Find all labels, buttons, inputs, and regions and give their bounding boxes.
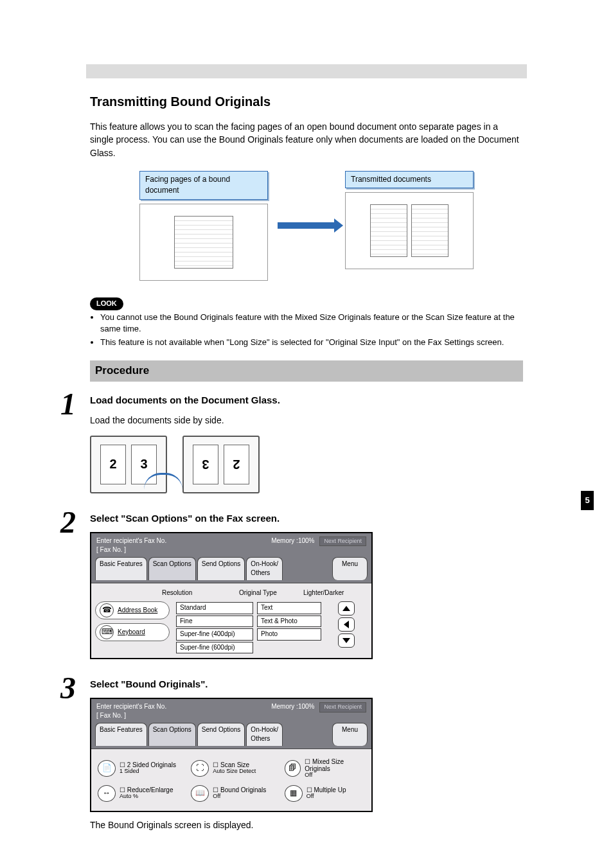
figure-right-caption: Transmitted documents bbox=[345, 171, 474, 188]
triangle-left-icon bbox=[344, 621, 349, 628]
triangle-up-icon bbox=[342, 606, 350, 611]
lcd2-body: 📄 2 Sided Originals1 Sided ⛶ Scan SizeAu… bbox=[91, 748, 371, 811]
heading-lighter-darker: Lighter/Darker bbox=[303, 589, 365, 598]
platen-right: 3 2 bbox=[182, 436, 260, 493]
step-3-number: 3 bbox=[60, 666, 76, 711]
step-1-body: Load the documents side by side. bbox=[90, 414, 523, 427]
lcd1-header: Enter recipient's Fax No. [ Fax No. ] Me… bbox=[91, 533, 371, 557]
lcd2-tabs: Basic Features Scan Options Send Options… bbox=[91, 723, 371, 748]
triangle-down-icon bbox=[342, 638, 350, 643]
step-3-instruction: Select "Bound Originals". bbox=[90, 677, 523, 691]
lcd2-memory: Memory :100% bbox=[271, 702, 314, 712]
tab2-scan-options[interactable]: Scan Options bbox=[148, 723, 196, 746]
look-notes: You cannot use the Bound Originals featu… bbox=[100, 312, 523, 350]
resolution-options: Standard Fine Super-fine (400dpi) Super-… bbox=[176, 601, 253, 654]
opt-multiple-up[interactable]: ▦ Multiple UpOff bbox=[285, 785, 365, 802]
tab2-onhook-others[interactable]: On-Hook/Others bbox=[246, 723, 283, 746]
opt-bound-originals[interactable]: 📖 Bound OriginalsOff bbox=[191, 785, 271, 802]
heading-resolution: Resolution bbox=[162, 589, 239, 598]
output-page-2-icon bbox=[411, 204, 449, 257]
type-text[interactable]: Text bbox=[257, 602, 321, 614]
lcd2-header: Enter recipient's Fax No. [ Fax No. ] Me… bbox=[91, 699, 371, 723]
resolution-fine[interactable]: Fine bbox=[176, 616, 253, 628]
darker-button[interactable] bbox=[338, 633, 355, 648]
lcd1-body: Resolution Original Type Lighter/Darker … bbox=[91, 583, 371, 659]
lcd2-prompt-2: [ Fax No. ] bbox=[96, 711, 166, 721]
step-1-instruction: Load documents on the Document Glass. bbox=[90, 393, 523, 407]
step-2-instruction: Select "Scan Options" on the Fax screen. bbox=[90, 511, 523, 526]
step-3: 3 Select "Bound Originals". Enter recipi… bbox=[90, 677, 523, 831]
figure-left-caption: Facing pages of a bound document bbox=[139, 171, 268, 200]
address-book-button[interactable]: ☎ Address Book bbox=[95, 601, 170, 619]
chapter-tab: 5 bbox=[581, 491, 594, 510]
platen-right-sheet-2: 2 bbox=[224, 445, 249, 484]
look-note-1: You cannot use the Bound Originals featu… bbox=[100, 312, 523, 336]
step-1-number: 1 bbox=[60, 382, 76, 427]
opt-mixed-size[interactable]: 🗐 Mixed Size OriginalsOff bbox=[285, 758, 365, 779]
lcd-basic-features: Enter recipient's Fax No. [ Fax No. ] Me… bbox=[90, 532, 373, 660]
original-type-options: Text Text & Photo Photo bbox=[257, 601, 321, 641]
opt-scan-size[interactable]: ⛶ Scan SizeAuto Size Detect bbox=[191, 758, 271, 779]
tab2-basic-features[interactable]: Basic Features bbox=[95, 723, 147, 746]
figure-right: Transmitted documents bbox=[345, 171, 474, 281]
figure-left: Facing pages of a bound document bbox=[139, 171, 268, 281]
concept-figure: Facing pages of a bound document Transmi… bbox=[139, 171, 474, 281]
lcd1-prompt-2: [ Fax No. ] bbox=[96, 545, 166, 555]
resolution-superfine-600[interactable]: Super-fine (600dpi) bbox=[176, 642, 253, 654]
tab-onhook-others[interactable]: On-Hook/Others bbox=[246, 557, 283, 580]
multiple-up-icon: ▦ bbox=[285, 785, 303, 802]
lcd2-next-recipient-button[interactable]: Next Recipient bbox=[319, 702, 366, 713]
output-page-1-icon bbox=[370, 204, 407, 257]
look-label: LOOK bbox=[90, 295, 523, 310]
look-badge: LOOK bbox=[90, 297, 123, 310]
lcd1-column-headings: Resolution Original Type Lighter/Darker bbox=[95, 587, 368, 599]
lcd1-tabs: Basic Features Scan Options Send Options… bbox=[91, 557, 371, 583]
keyboard-icon: ⌨ bbox=[100, 625, 114, 639]
lcd1-next-recipient-button[interactable]: Next Recipient bbox=[319, 536, 366, 547]
figure-right-body bbox=[345, 192, 474, 269]
keyboard-button[interactable]: ⌨ Keyboard bbox=[95, 623, 170, 641]
lcd1-memory: Memory :100% bbox=[271, 536, 314, 546]
tab2-send-options[interactable]: Send Options bbox=[197, 723, 245, 746]
platen-right-sheet-1: 3 bbox=[193, 445, 218, 484]
page-header-strip bbox=[86, 64, 527, 78]
address-book-icon: ☎ bbox=[100, 603, 114, 617]
step-3-body: The Bound Originals screen is displayed. bbox=[90, 819, 523, 831]
arrow-right-icon bbox=[278, 222, 335, 229]
open-book-icon bbox=[174, 216, 233, 269]
two-sided-icon: 📄 bbox=[98, 760, 116, 777]
step-2: 2 Select "Scan Options" on the Fax scree… bbox=[90, 511, 523, 659]
opt-2sided-originals[interactable]: 📄 2 Sided Originals1 Sided bbox=[98, 758, 178, 779]
platen-left-sheet-1: 2 bbox=[100, 445, 126, 484]
density-indicator bbox=[338, 617, 355, 632]
resolution-standard[interactable]: Standard bbox=[176, 602, 253, 614]
step-1: 1 Load documents on the Document Glass. … bbox=[90, 393, 523, 493]
tab-send-options[interactable]: Send Options bbox=[197, 557, 245, 580]
step-2-number: 2 bbox=[60, 500, 76, 545]
scan-size-icon: ⛶ bbox=[191, 760, 209, 777]
lighter-button[interactable] bbox=[338, 601, 355, 616]
lcd1-prompt-1: Enter recipient's Fax No. bbox=[96, 536, 166, 546]
reduce-enlarge-icon: ↔ bbox=[98, 785, 116, 802]
tab-scan-options[interactable]: Scan Options bbox=[148, 557, 196, 580]
step-1-diagram: 2 3 3 2 bbox=[90, 436, 523, 493]
tab-menu[interactable]: Menu bbox=[332, 557, 368, 580]
bound-originals-icon: 📖 bbox=[191, 785, 209, 802]
tab2-menu[interactable]: Menu bbox=[332, 723, 368, 746]
heading-original-type: Original Type bbox=[239, 589, 303, 598]
mixed-size-icon: 🗐 bbox=[285, 760, 301, 777]
procedure-heading: Procedure bbox=[90, 360, 523, 382]
type-photo[interactable]: Photo bbox=[257, 628, 321, 641]
resolution-superfine-400[interactable]: Super-fine (400dpi) bbox=[176, 628, 253, 641]
lcd2-prompt-1: Enter recipient's Fax No. bbox=[96, 702, 166, 712]
figure-left-body bbox=[139, 204, 268, 281]
intro-paragraph: This feature allows you to scan the faci… bbox=[90, 120, 523, 159]
figure-arrow bbox=[274, 171, 339, 281]
section-title: Transmitting Bound Originals bbox=[90, 93, 523, 111]
type-text-photo[interactable]: Text & Photo bbox=[257, 616, 321, 628]
opt-reduce-enlarge[interactable]: ↔ Reduce/EnlargeAuto % bbox=[98, 785, 178, 802]
look-note-2: This feature is not available when "Long… bbox=[100, 337, 523, 349]
tab-basic-features[interactable]: Basic Features bbox=[95, 557, 147, 580]
lcd-scan-options: Enter recipient's Fax No. [ Fax No. ] Me… bbox=[90, 698, 373, 812]
